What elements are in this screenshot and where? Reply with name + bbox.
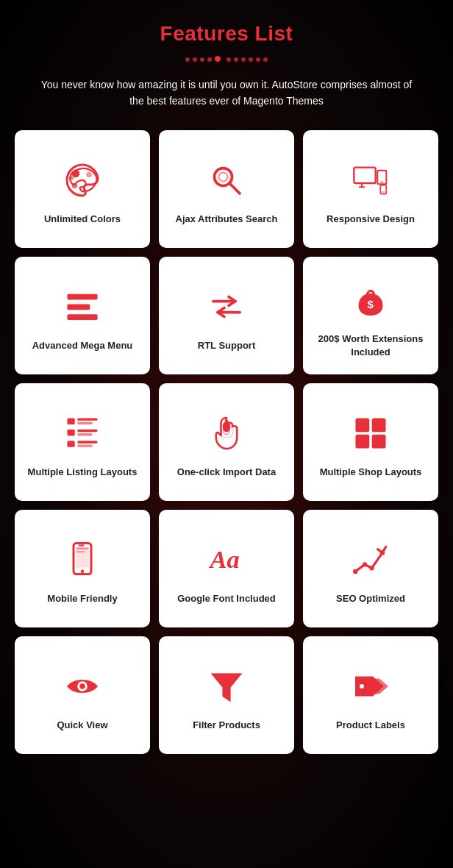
svg-rect-29 bbox=[77, 444, 93, 447]
feature-card-google-font: Aa Google Font Included bbox=[159, 510, 294, 627]
svg-rect-42 bbox=[76, 551, 85, 552]
svg-point-47 bbox=[380, 550, 385, 555]
svg-point-39 bbox=[81, 569, 85, 573]
feature-label: Google Font Included bbox=[177, 592, 276, 605]
svg-line-5 bbox=[229, 182, 240, 193]
svg-rect-24 bbox=[67, 430, 74, 436]
svg-rect-28 bbox=[77, 441, 97, 443]
features-grid: Unlimited Colors Ajax Attributes Search bbox=[15, 130, 438, 754]
svg-rect-33 bbox=[355, 418, 369, 432]
svg-point-46 bbox=[369, 566, 374, 570]
mobile-icon bbox=[60, 538, 104, 582]
feature-label: Advanced Mega Menu bbox=[32, 339, 133, 352]
svg-point-50 bbox=[360, 684, 364, 689]
feature-card-extensions: $ 200$ Worth Extensions Included bbox=[303, 257, 438, 374]
svg-text:$: $ bbox=[368, 298, 374, 310]
svg-rect-21 bbox=[67, 418, 74, 424]
svg-rect-23 bbox=[77, 421, 93, 424]
feature-label: RTL Support bbox=[198, 339, 255, 352]
feature-label: Unlimited Colors bbox=[44, 213, 121, 226]
feature-card-listing-layouts: Multiple Listing Layouts bbox=[15, 383, 150, 501]
chart-icon bbox=[349, 538, 393, 582]
eye-icon bbox=[60, 664, 104, 708]
feature-label: Ajax Attributes Search bbox=[176, 213, 278, 226]
svg-rect-22 bbox=[77, 418, 97, 420]
list-layout-icon bbox=[60, 411, 104, 455]
palette-icon bbox=[60, 158, 104, 202]
feature-card-shop-layouts: Multiple Shop Layouts bbox=[303, 383, 438, 501]
feature-card-filter: Filter Products bbox=[159, 636, 294, 754]
feature-card-quick-view: Quick View bbox=[15, 636, 150, 754]
feature-label: Multiple Shop Layouts bbox=[320, 466, 422, 479]
svg-rect-13 bbox=[380, 185, 386, 193]
page-title: Features List bbox=[15, 22, 438, 46]
feature-label: Multiple Listing Layouts bbox=[28, 466, 138, 479]
svg-rect-38 bbox=[76, 547, 89, 568]
svg-point-49 bbox=[79, 683, 85, 689]
feature-card-rtl: RTL Support bbox=[159, 257, 294, 374]
svg-rect-16 bbox=[67, 304, 90, 310]
svg-rect-7 bbox=[354, 167, 375, 182]
feature-card-seo: SEO Optimized bbox=[303, 510, 438, 627]
svg-point-32 bbox=[223, 421, 231, 432]
feature-label: 200$ Worth Extensions Included bbox=[315, 332, 427, 359]
svg-rect-17 bbox=[67, 314, 97, 320]
feature-card-responsive: Responsive Design bbox=[303, 130, 438, 248]
feature-label: SEO Optimized bbox=[336, 592, 405, 605]
svg-rect-15 bbox=[67, 294, 97, 300]
svg-rect-34 bbox=[372, 418, 386, 432]
feature-card-unlimited-colors: Unlimited Colors bbox=[15, 130, 150, 248]
feature-card-mega-menu: Advanced Mega Menu bbox=[15, 257, 150, 374]
svg-point-45 bbox=[363, 562, 367, 566]
feature-card-ajax-search: Ajax Attributes Search bbox=[159, 130, 294, 248]
font-icon: Aa bbox=[204, 538, 249, 582]
section-description: You never know how amazing it is until y… bbox=[35, 77, 418, 110]
feature-label: Quick View bbox=[57, 719, 107, 732]
responsive-icon bbox=[349, 158, 393, 202]
feature-card-one-click-import: One-click Import Data bbox=[159, 383, 294, 501]
svg-rect-36 bbox=[372, 434, 386, 448]
feature-label: Filter Products bbox=[193, 719, 260, 732]
money-bag-icon: $ bbox=[349, 278, 393, 322]
svg-rect-35 bbox=[355, 434, 369, 448]
svg-point-6 bbox=[219, 172, 228, 181]
search-icon bbox=[204, 158, 249, 202]
touch-icon bbox=[204, 411, 249, 455]
feature-label: Mobile Friendly bbox=[47, 592, 117, 605]
svg-rect-27 bbox=[67, 441, 74, 447]
svg-point-1 bbox=[86, 171, 92, 177]
svg-rect-25 bbox=[77, 430, 97, 432]
filter-icon bbox=[204, 664, 249, 708]
svg-text:Aa: Aa bbox=[209, 544, 240, 572]
svg-rect-26 bbox=[77, 433, 93, 435]
feature-label: One-click Import Data bbox=[177, 466, 276, 479]
tag-icon bbox=[349, 664, 393, 708]
feature-card-product-labels: Product Labels bbox=[303, 636, 438, 754]
dots-divider bbox=[15, 51, 438, 65]
grid-icon bbox=[349, 411, 393, 455]
svg-rect-41 bbox=[76, 547, 89, 549]
feature-label: Responsive Design bbox=[327, 213, 415, 226]
feature-card-mobile: Mobile Friendly bbox=[15, 510, 150, 627]
rtl-icon bbox=[204, 285, 249, 329]
menu-icon bbox=[60, 285, 104, 329]
feature-label: Product Labels bbox=[336, 719, 405, 732]
svg-point-44 bbox=[353, 569, 357, 573]
